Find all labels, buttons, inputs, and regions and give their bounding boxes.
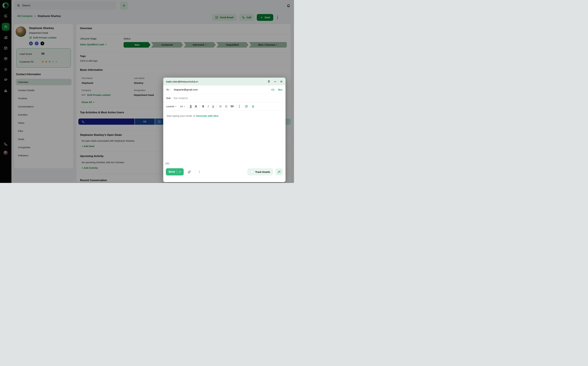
- send-options-chevron-icon[interactable]: [179, 171, 181, 173]
- chevron-down-icon: [175, 106, 176, 107]
- text-color-button[interactable]: A: [190, 105, 192, 108]
- close-icon[interactable]: [280, 80, 283, 83]
- send-label: Send: [168, 170, 175, 173]
- italic-button[interactable]: I: [208, 105, 208, 108]
- compose-footer: Send Track Emails: [163, 166, 286, 177]
- pen-sparkle-icon: [277, 170, 281, 174]
- crm-app: All Contacts Stephanie Sharkey Send Emai…: [0, 0, 294, 183]
- bullet-list-button[interactable]: [219, 105, 222, 108]
- generate-with-nira-link[interactable]: Generate with Nira: [196, 114, 218, 117]
- email-compose-modal: kadin.lubin@thelaunchclub.in To : Stapan…: [163, 78, 286, 182]
- cc-button[interactable]: Cc: [271, 88, 274, 91]
- to-value[interactable]: Stapanie@gmail.com: [174, 88, 268, 91]
- snippets-layers-button[interactable]: [251, 105, 255, 108]
- send-button[interactable]: Send: [166, 168, 184, 175]
- bcc-button[interactable]: Bcc: [278, 88, 283, 91]
- track-emails-checkbox[interactable]: [250, 170, 253, 173]
- more-formatting-kebab-icon[interactable]: [239, 105, 240, 108]
- track-emails-label: Track Emails: [255, 170, 270, 173]
- email-body-editor[interactable]: Start typing your email, or Generate wit…: [163, 111, 286, 166]
- to-row[interactable]: To : Stapanie@gmail.com Cc Bcc: [163, 85, 286, 94]
- delete-draft-trash-icon[interactable]: [267, 80, 270, 83]
- templates-button[interactable]: [245, 105, 248, 108]
- font-family-select[interactable]: Lexend: [166, 105, 176, 108]
- bold-button[interactable]: B: [202, 105, 204, 108]
- chevron-down-icon: [183, 106, 185, 107]
- track-emails-toggle[interactable]: Track Emails: [247, 168, 273, 175]
- formatting-toolbar: Lexend 14 A A B I U 99: [163, 102, 286, 111]
- attach-file-icon[interactable]: [188, 170, 191, 174]
- underline-button[interactable]: U: [212, 105, 214, 108]
- subject-label: Sub :: [166, 97, 174, 99]
- align-button[interactable]: [225, 105, 228, 108]
- minimize-icon[interactable]: [274, 80, 277, 83]
- ai-write-button[interactable]: [275, 168, 283, 175]
- font-size-select[interactable]: 14: [180, 105, 185, 108]
- body-placeholder: Start typing your email, or Generate wit…: [167, 114, 218, 117]
- blockquote-button[interactable]: 99: [230, 105, 234, 108]
- subject-value[interactable]: (No Subject): [174, 97, 283, 100]
- to-label: To :: [166, 88, 174, 91]
- compose-header: kadin.lubin@thelaunchclub.in: [163, 78, 286, 85]
- highlight-color-button[interactable]: A: [194, 105, 198, 108]
- from-address: kadin.lubin@thelaunchclub.in: [166, 80, 264, 83]
- subject-row[interactable]: Sub : (No Subject): [163, 94, 286, 102]
- more-send-options-kebab-icon[interactable]: [198, 170, 201, 173]
- collapsed-content-ellipsis[interactable]: [165, 162, 170, 165]
